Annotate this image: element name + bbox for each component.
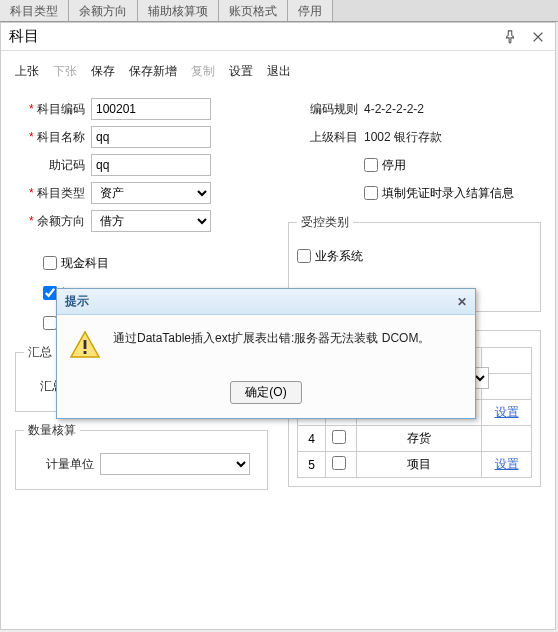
parent-label: 上级科目	[288, 129, 358, 146]
col-header: 辅助核算项	[138, 0, 219, 21]
dialog-title: 提示	[65, 293, 89, 310]
aux-row-checkbox[interactable]	[332, 456, 346, 470]
voucher-checkbox[interactable]	[364, 186, 378, 200]
biz-checkbox[interactable]	[297, 249, 311, 263]
warning-icon	[69, 329, 101, 361]
save-new-button[interactable]: 保存新增	[129, 63, 177, 80]
dialog-close-icon[interactable]: ✕	[457, 295, 467, 309]
pin-icon[interactable]	[501, 28, 519, 46]
name-label: 科目名称	[15, 129, 85, 146]
aux-row-link[interactable]: 设置	[495, 457, 519, 471]
col-header: 科目类型	[0, 0, 69, 21]
balance-label: 余额方向	[15, 213, 85, 230]
disable-checkbox[interactable]	[364, 158, 378, 172]
subject-dialog: 科目 上张 下张 保存 保存新增 复制 设置 退出 科目编码 科目名称 助记码 …	[0, 22, 556, 630]
rule-label: 编码规则	[288, 101, 358, 118]
close-icon[interactable]	[529, 28, 547, 46]
settings-button[interactable]: 设置	[229, 63, 253, 80]
rule-value: 4-2-2-2-2-2	[364, 102, 424, 116]
qty-fieldset: 数量核算 计量单位	[15, 422, 268, 490]
aux-row-link[interactable]: 设置	[495, 405, 519, 419]
disable-label: 停用	[382, 157, 406, 174]
other-checkbox[interactable]	[43, 316, 57, 330]
unit-label: 计量单位	[24, 456, 94, 473]
parent-grid-header: 科目类型 余额方向 辅助核算项 账页格式 停用	[0, 0, 558, 22]
table-row: 4存货	[298, 426, 532, 452]
save-button[interactable]: 保存	[91, 63, 115, 80]
aux-row-name: 项目	[357, 452, 482, 478]
parent-value: 1002 银行存款	[364, 129, 442, 146]
row-num: 5	[298, 452, 326, 478]
exit-button[interactable]: 退出	[267, 63, 291, 80]
name-input[interactable]	[91, 126, 211, 148]
cash-checkbox[interactable]	[43, 256, 57, 270]
qty-legend: 数量核算	[24, 422, 80, 439]
type-select[interactable]: 资产	[91, 182, 211, 204]
copy-button: 复制	[191, 63, 215, 80]
controlled-legend: 受控类别	[297, 214, 353, 231]
dialog-message: 通过DataTable插入ext扩展表出错:服务器无法装载 DCOM。	[113, 329, 430, 348]
mnemonic-label: 助记码	[15, 157, 85, 174]
summary-legend: 汇总	[24, 344, 56, 361]
cash-label: 现金科目	[61, 255, 109, 272]
prev-button[interactable]: 上张	[15, 63, 39, 80]
mnemonic-input[interactable]	[91, 154, 211, 176]
toolbar: 上张 下张 保存 保存新增 复制 设置 退出	[1, 51, 555, 88]
row-num: 4	[298, 426, 326, 452]
titlebar: 科目	[1, 23, 555, 51]
bank-checkbox[interactable]	[43, 286, 57, 300]
biz-label: 业务系统	[315, 248, 363, 265]
dialog-ok-button[interactable]: 确定(O)	[230, 381, 301, 404]
unit-select[interactable]	[100, 453, 250, 475]
code-label: 科目编码	[15, 101, 85, 118]
next-button: 下张	[53, 63, 77, 80]
svg-rect-1	[84, 351, 87, 354]
alert-dialog: 提示 ✕ 通过DataTable插入ext扩展表出错:服务器无法装载 DCOM。…	[56, 288, 476, 419]
col-header: 余额方向	[69, 0, 138, 21]
table-row: 5项目设置	[298, 452, 532, 478]
aux-row-checkbox[interactable]	[332, 430, 346, 444]
voucher-label: 填制凭证时录入结算信息	[382, 185, 514, 202]
aux-row-name: 存货	[357, 426, 482, 452]
balance-select[interactable]: 借方	[91, 210, 211, 232]
window-title: 科目	[9, 27, 39, 46]
col-header: 账页格式	[219, 0, 288, 21]
type-label: 科目类型	[15, 185, 85, 202]
code-input[interactable]	[91, 98, 211, 120]
svg-rect-0	[84, 340, 87, 349]
col-header: 停用	[288, 0, 333, 21]
